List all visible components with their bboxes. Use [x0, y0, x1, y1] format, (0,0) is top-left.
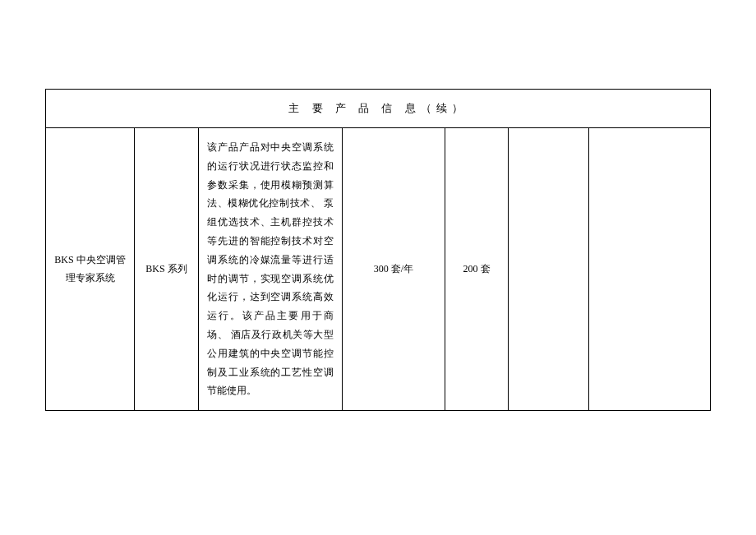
cell-capacity: 300 套/年: [343, 128, 445, 410]
table-title: 主 要 产 品 信 息（续）: [46, 90, 710, 128]
cell-quantity: 200 套: [445, 128, 509, 410]
cell-series: BKS 系列: [135, 128, 199, 410]
description-text: 该产品产品对中央空调系统的运行状况进行状态监控和参数采集，使用模糊预测算法、模糊…: [207, 138, 334, 400]
cell-empty-2: [589, 128, 710, 410]
cell-empty-1: [509, 128, 589, 410]
table-row: BKS 中央空调管理专家系统 BKS 系列 该产品产品对中央空调系统的运行状况进…: [46, 128, 710, 410]
cell-description: 该产品产品对中央空调系统的运行状况进行状态监控和参数采集，使用模糊预测算法、模糊…: [199, 128, 343, 410]
cell-product-name: BKS 中央空调管理专家系统: [46, 128, 135, 410]
product-info-table: 主 要 产 品 信 息（续） BKS 中央空调管理专家系统 BKS 系列 该产品…: [45, 89, 711, 411]
